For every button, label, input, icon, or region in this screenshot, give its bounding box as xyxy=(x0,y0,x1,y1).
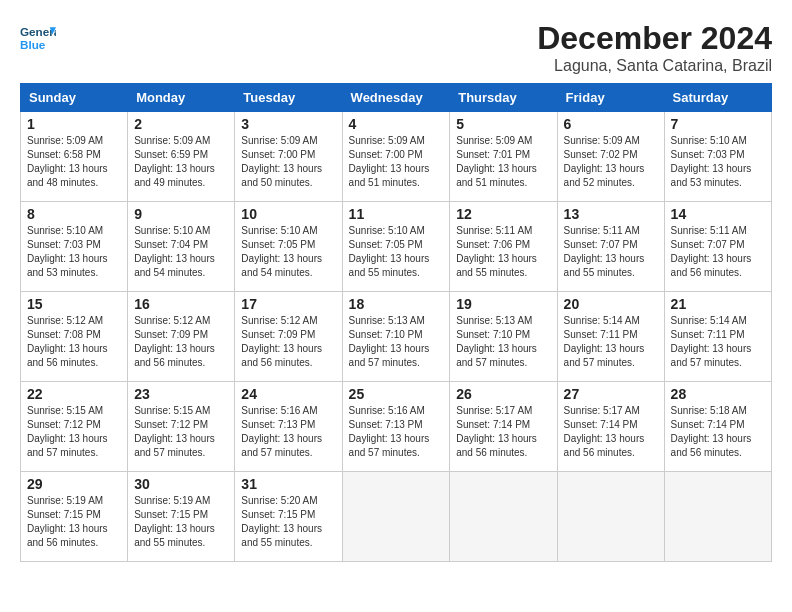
day-info: Sunrise: 5:17 AMSunset: 7:14 PMDaylight:… xyxy=(456,405,537,458)
header-wednesday: Wednesday xyxy=(342,84,450,112)
day-number: 13 xyxy=(564,206,658,222)
day-cell-1-5: 13 Sunrise: 5:11 AMSunset: 7:07 PMDaylig… xyxy=(557,202,664,292)
day-number: 5 xyxy=(456,116,550,132)
day-info: Sunrise: 5:17 AMSunset: 7:14 PMDaylight:… xyxy=(564,405,645,458)
day-cell-4-2: 31 Sunrise: 5:20 AMSunset: 7:15 PMDaylig… xyxy=(235,472,342,562)
day-info: Sunrise: 5:13 AMSunset: 7:10 PMDaylight:… xyxy=(456,315,537,368)
day-number: 7 xyxy=(671,116,765,132)
day-number: 12 xyxy=(456,206,550,222)
day-cell-2-5: 20 Sunrise: 5:14 AMSunset: 7:11 PMDaylig… xyxy=(557,292,664,382)
day-info: Sunrise: 5:09 AMSunset: 7:01 PMDaylight:… xyxy=(456,135,537,188)
day-info: Sunrise: 5:11 AMSunset: 7:07 PMDaylight:… xyxy=(564,225,645,278)
weekday-header-row: Sunday Monday Tuesday Wednesday Thursday… xyxy=(21,84,772,112)
day-info: Sunrise: 5:11 AMSunset: 7:06 PMDaylight:… xyxy=(456,225,537,278)
day-number: 30 xyxy=(134,476,228,492)
page-header: General Blue December 2024 Laguna, Santa… xyxy=(20,20,772,75)
calendar-table: Sunday Monday Tuesday Wednesday Thursday… xyxy=(20,83,772,562)
day-info: Sunrise: 5:10 AMSunset: 7:04 PMDaylight:… xyxy=(134,225,215,278)
day-info: Sunrise: 5:10 AMSunset: 7:03 PMDaylight:… xyxy=(671,135,752,188)
day-number: 17 xyxy=(241,296,335,312)
day-number: 14 xyxy=(671,206,765,222)
day-number: 19 xyxy=(456,296,550,312)
day-number: 18 xyxy=(349,296,444,312)
day-cell-3-0: 22 Sunrise: 5:15 AMSunset: 7:12 PMDaylig… xyxy=(21,382,128,472)
day-cell-3-2: 24 Sunrise: 5:16 AMSunset: 7:13 PMDaylig… xyxy=(235,382,342,472)
day-cell-1-6: 14 Sunrise: 5:11 AMSunset: 7:07 PMDaylig… xyxy=(664,202,771,292)
week-row-2: 15 Sunrise: 5:12 AMSunset: 7:08 PMDaylig… xyxy=(21,292,772,382)
day-info: Sunrise: 5:12 AMSunset: 7:09 PMDaylight:… xyxy=(134,315,215,368)
day-number: 28 xyxy=(671,386,765,402)
day-cell-1-1: 9 Sunrise: 5:10 AMSunset: 7:04 PMDayligh… xyxy=(128,202,235,292)
day-cell-4-4 xyxy=(450,472,557,562)
day-cell-0-3: 4 Sunrise: 5:09 AMSunset: 7:00 PMDayligh… xyxy=(342,112,450,202)
day-number: 31 xyxy=(241,476,335,492)
day-cell-0-1: 2 Sunrise: 5:09 AMSunset: 6:59 PMDayligh… xyxy=(128,112,235,202)
day-cell-0-4: 5 Sunrise: 5:09 AMSunset: 7:01 PMDayligh… xyxy=(450,112,557,202)
day-number: 20 xyxy=(564,296,658,312)
week-row-4: 29 Sunrise: 5:19 AMSunset: 7:15 PMDaylig… xyxy=(21,472,772,562)
day-info: Sunrise: 5:14 AMSunset: 7:11 PMDaylight:… xyxy=(564,315,645,368)
week-row-3: 22 Sunrise: 5:15 AMSunset: 7:12 PMDaylig… xyxy=(21,382,772,472)
day-cell-2-6: 21 Sunrise: 5:14 AMSunset: 7:11 PMDaylig… xyxy=(664,292,771,382)
day-info: Sunrise: 5:18 AMSunset: 7:14 PMDaylight:… xyxy=(671,405,752,458)
day-info: Sunrise: 5:16 AMSunset: 7:13 PMDaylight:… xyxy=(349,405,430,458)
day-cell-0-0: 1 Sunrise: 5:09 AMSunset: 6:58 PMDayligh… xyxy=(21,112,128,202)
day-cell-3-6: 28 Sunrise: 5:18 AMSunset: 7:14 PMDaylig… xyxy=(664,382,771,472)
week-row-0: 1 Sunrise: 5:09 AMSunset: 6:58 PMDayligh… xyxy=(21,112,772,202)
svg-text:General: General xyxy=(20,25,56,38)
logo: General Blue xyxy=(20,20,58,56)
header-monday: Monday xyxy=(128,84,235,112)
day-number: 21 xyxy=(671,296,765,312)
day-cell-1-3: 11 Sunrise: 5:10 AMSunset: 7:05 PMDaylig… xyxy=(342,202,450,292)
day-cell-0-5: 6 Sunrise: 5:09 AMSunset: 7:02 PMDayligh… xyxy=(557,112,664,202)
day-cell-2-1: 16 Sunrise: 5:12 AMSunset: 7:09 PMDaylig… xyxy=(128,292,235,382)
day-number: 26 xyxy=(456,386,550,402)
day-number: 1 xyxy=(27,116,121,132)
day-number: 16 xyxy=(134,296,228,312)
day-cell-3-4: 26 Sunrise: 5:17 AMSunset: 7:14 PMDaylig… xyxy=(450,382,557,472)
day-info: Sunrise: 5:12 AMSunset: 7:08 PMDaylight:… xyxy=(27,315,108,368)
day-info: Sunrise: 5:12 AMSunset: 7:09 PMDaylight:… xyxy=(241,315,322,368)
day-info: Sunrise: 5:20 AMSunset: 7:15 PMDaylight:… xyxy=(241,495,322,548)
day-cell-3-5: 27 Sunrise: 5:17 AMSunset: 7:14 PMDaylig… xyxy=(557,382,664,472)
day-cell-4-6 xyxy=(664,472,771,562)
calendar-subtitle: Laguna, Santa Catarina, Brazil xyxy=(537,57,772,75)
day-info: Sunrise: 5:09 AMSunset: 6:58 PMDaylight:… xyxy=(27,135,108,188)
day-number: 27 xyxy=(564,386,658,402)
day-cell-1-4: 12 Sunrise: 5:11 AMSunset: 7:06 PMDaylig… xyxy=(450,202,557,292)
day-info: Sunrise: 5:16 AMSunset: 7:13 PMDaylight:… xyxy=(241,405,322,458)
title-area: December 2024 Laguna, Santa Catarina, Br… xyxy=(537,20,772,75)
day-info: Sunrise: 5:15 AMSunset: 7:12 PMDaylight:… xyxy=(134,405,215,458)
day-cell-0-6: 7 Sunrise: 5:10 AMSunset: 7:03 PMDayligh… xyxy=(664,112,771,202)
day-number: 24 xyxy=(241,386,335,402)
day-info: Sunrise: 5:09 AMSunset: 7:00 PMDaylight:… xyxy=(349,135,430,188)
day-info: Sunrise: 5:14 AMSunset: 7:11 PMDaylight:… xyxy=(671,315,752,368)
day-info: Sunrise: 5:19 AMSunset: 7:15 PMDaylight:… xyxy=(134,495,215,548)
svg-text:Blue: Blue xyxy=(20,38,46,51)
logo-icon: General Blue xyxy=(20,20,56,56)
day-number: 6 xyxy=(564,116,658,132)
day-number: 4 xyxy=(349,116,444,132)
day-cell-4-0: 29 Sunrise: 5:19 AMSunset: 7:15 PMDaylig… xyxy=(21,472,128,562)
day-number: 25 xyxy=(349,386,444,402)
day-info: Sunrise: 5:10 AMSunset: 7:03 PMDaylight:… xyxy=(27,225,108,278)
day-number: 10 xyxy=(241,206,335,222)
day-cell-1-0: 8 Sunrise: 5:10 AMSunset: 7:03 PMDayligh… xyxy=(21,202,128,292)
day-number: 29 xyxy=(27,476,121,492)
day-number: 11 xyxy=(349,206,444,222)
day-info: Sunrise: 5:09 AMSunset: 7:00 PMDaylight:… xyxy=(241,135,322,188)
day-cell-3-3: 25 Sunrise: 5:16 AMSunset: 7:13 PMDaylig… xyxy=(342,382,450,472)
week-row-1: 8 Sunrise: 5:10 AMSunset: 7:03 PMDayligh… xyxy=(21,202,772,292)
day-info: Sunrise: 5:09 AMSunset: 7:02 PMDaylight:… xyxy=(564,135,645,188)
day-number: 9 xyxy=(134,206,228,222)
header-thursday: Thursday xyxy=(450,84,557,112)
day-number: 2 xyxy=(134,116,228,132)
day-cell-2-0: 15 Sunrise: 5:12 AMSunset: 7:08 PMDaylig… xyxy=(21,292,128,382)
day-cell-2-3: 18 Sunrise: 5:13 AMSunset: 7:10 PMDaylig… xyxy=(342,292,450,382)
header-tuesday: Tuesday xyxy=(235,84,342,112)
day-cell-4-1: 30 Sunrise: 5:19 AMSunset: 7:15 PMDaylig… xyxy=(128,472,235,562)
day-cell-3-1: 23 Sunrise: 5:15 AMSunset: 7:12 PMDaylig… xyxy=(128,382,235,472)
header-saturday: Saturday xyxy=(664,84,771,112)
day-number: 22 xyxy=(27,386,121,402)
day-number: 15 xyxy=(27,296,121,312)
